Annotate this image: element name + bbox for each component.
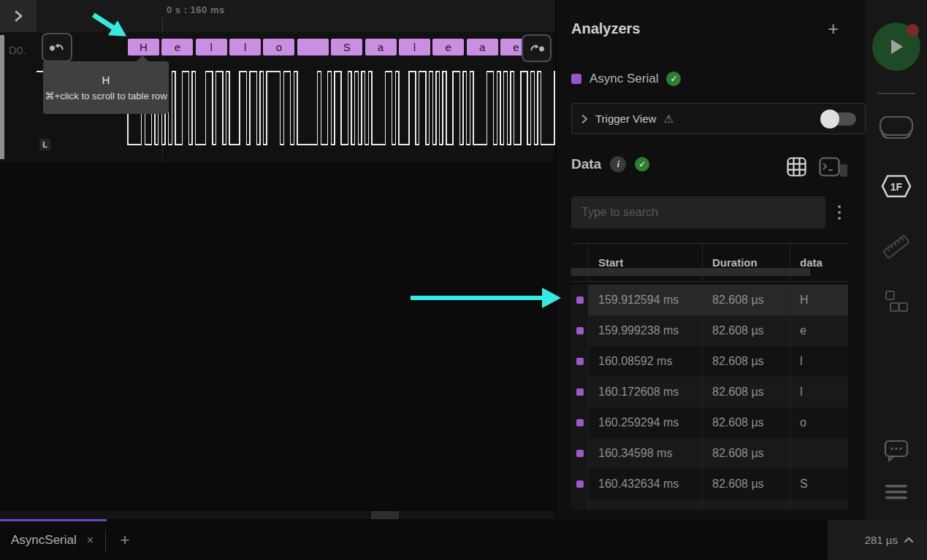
cell-duration: 82.608 µs <box>703 499 790 510</box>
decode-bubble[interactable]: e <box>161 39 193 55</box>
analyzer-marker-square <box>576 388 584 396</box>
analyzer-marker-square <box>576 296 584 304</box>
svg-text:1F: 1F <box>890 181 903 193</box>
chevron-right-icon <box>12 9 24 23</box>
cell-start: 160.172608 ms <box>589 377 703 407</box>
collapse-sidebar-button[interactable] <box>0 0 37 32</box>
cell-start: 160.519278 ms <box>589 499 703 510</box>
decode-bubble[interactable]: a <box>365 39 397 55</box>
table-row[interactable]: 160.259294 ms82.608 µso <box>571 407 848 438</box>
row-color-marker <box>571 499 589 510</box>
decode-bubble[interactable]: l <box>399 39 430 55</box>
analyzer-marker-square <box>576 358 584 365</box>
table-vscrollbar-thumb[interactable] <box>840 164 847 177</box>
device-settings-button[interactable] <box>866 115 927 140</box>
decode-bubble[interactable]: l <box>196 39 227 55</box>
cell-start: 160.08592 ms <box>589 346 703 377</box>
tooltip-title: H <box>102 74 110 86</box>
cell-data: e <box>790 315 848 346</box>
table-row[interactable]: 159.912594 ms82.608 µsH <box>571 285 848 315</box>
decode-bubble[interactable]: H <box>128 39 159 55</box>
table-options-menu-icon[interactable] <box>836 204 842 221</box>
cell-duration: 82.608 µs <box>703 407 790 438</box>
search-input[interactable] <box>571 196 825 229</box>
add-tab-button[interactable]: + <box>114 524 136 556</box>
table-view-icon[interactable] <box>787 157 806 177</box>
decode-bubble[interactable]: S <box>331 39 362 55</box>
analyzer-marker-square <box>576 419 584 426</box>
decode-bubble[interactable]: o <box>263 39 294 55</box>
trigger-view-toggle[interactable] <box>823 112 856 126</box>
table-row[interactable]: 160.432634 ms82.608 µsS <box>571 469 848 499</box>
menu-button[interactable] <box>866 483 927 501</box>
measurements-button[interactable] <box>866 232 927 261</box>
table-row[interactable]: 160.34598 ms82.608 µs <box>571 438 848 469</box>
hex-1f-icon: 1F <box>880 174 912 199</box>
row-color-marker <box>571 377 589 407</box>
timeline-cursor-label: 0 s : 160 ms <box>167 4 225 15</box>
feedback-button[interactable] <box>866 440 927 461</box>
record-indicator-dot <box>907 24 919 37</box>
plot-hscrollbar-track[interactable] <box>0 511 555 519</box>
chat-icon <box>884 440 909 461</box>
extensions-button[interactable] <box>866 289 927 315</box>
play-icon <box>888 38 904 55</box>
decode-bubble[interactable]: a <box>467 39 498 55</box>
jump-previous-edge-button[interactable] <box>42 33 72 62</box>
tab-bar: AsyncSerial × + 281 µs <box>0 520 927 560</box>
table-hscrollbar-thumb[interactable] <box>571 268 810 276</box>
table-row[interactable]: 160.519278 ms82.608 µsa <box>571 499 848 510</box>
cell-duration: 82.608 µs <box>703 438 790 469</box>
data-table: Start Duration data 159.912594 ms82.608 … <box>571 243 848 510</box>
toggle-knob <box>820 110 839 129</box>
analyzers-panel-button[interactable]: 1F <box>866 174 927 199</box>
device-icon <box>879 115 914 140</box>
add-analyzer-button[interactable]: + <box>828 19 839 38</box>
tab-close-icon[interactable]: × <box>87 534 94 547</box>
toolbar-divider <box>877 93 915 94</box>
table-row[interactable]: 160.08592 ms82.608 µsl <box>571 346 848 377</box>
cell-start: 160.259294 ms <box>589 407 703 438</box>
cell-data <box>790 438 848 469</box>
cell-data: H <box>790 285 848 315</box>
analyzers-title: Analyzers <box>571 20 641 37</box>
time-range-indicator[interactable]: 281 µs <box>865 534 914 546</box>
trigger-view-expander[interactable]: Trigger View ⚠ <box>571 103 866 134</box>
jump-next-icon <box>528 42 546 54</box>
table-row[interactable]: 159.999238 ms82.608 µse <box>571 315 848 346</box>
chevron-up-icon <box>904 537 914 543</box>
chevron-right-icon <box>581 114 588 124</box>
blocks-icon <box>883 289 909 315</box>
analyzer-color-swatch <box>571 74 581 84</box>
cell-start: 160.432634 ms <box>589 469 703 499</box>
plot-hscrollbar-thumb[interactable] <box>371 511 399 519</box>
info-icon[interactable]: i <box>610 156 626 172</box>
row-color-marker <box>571 438 589 469</box>
ruler-icon <box>881 232 912 261</box>
cell-duration: 82.608 µs <box>703 315 790 346</box>
data-ok-badge: ✓ <box>635 157 649 172</box>
row-color-marker <box>571 315 589 346</box>
cell-duration: 82.608 µs <box>703 469 790 499</box>
logic-analyzer-app: 0 s : 160 ms D0. + HelloSaleae <box>0 0 927 560</box>
terminal-view-icon[interactable] <box>819 157 840 177</box>
decode-bubble[interactable]: l <box>229 39 261 55</box>
tab-asyncserial[interactable]: AsyncSerial × <box>0 522 105 559</box>
decode-bubble[interactable]: e <box>432 39 464 55</box>
tab-divider <box>105 529 106 552</box>
jump-next-edge-button[interactable] <box>522 34 552 62</box>
tooltip-pointer <box>137 55 148 61</box>
analyzer-item-async-serial[interactable]: Async Serial ✓ <box>571 72 681 86</box>
cell-start: 159.999238 ms <box>589 315 703 346</box>
cell-duration: 82.608 µs <box>703 285 790 315</box>
table-row[interactable]: 160.172608 ms82.608 µsl <box>571 377 848 407</box>
data-table-header: Start Duration data <box>571 244 848 282</box>
channel-label: D0. <box>9 44 26 56</box>
decode-bubble[interactable] <box>297 39 329 55</box>
warning-icon: ⚠ <box>663 112 673 126</box>
hamburger-icon <box>885 483 908 501</box>
channel-active-strip <box>0 35 4 159</box>
time-range-value: 281 µs <box>865 534 898 546</box>
cell-data: l <box>790 377 848 407</box>
data-table-body: 159.912594 ms82.608 µsH159.999238 ms82.6… <box>571 285 848 510</box>
